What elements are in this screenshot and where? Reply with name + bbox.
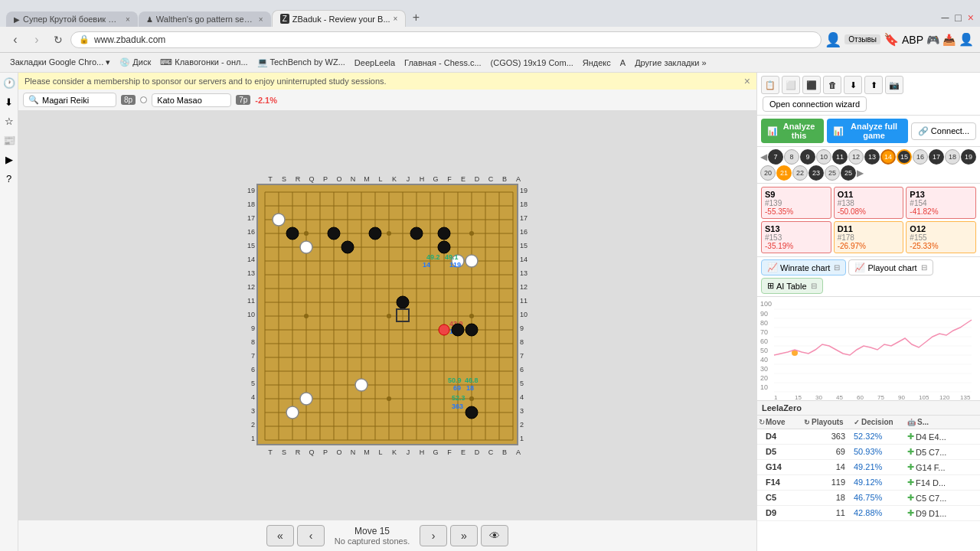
new-tab-button[interactable]: + [407, 8, 425, 27]
move-23[interactable]: 23 [808, 165, 824, 181]
move-18[interactable]: 18 [945, 149, 960, 165]
downloads-icon[interactable]: ⬇ [5, 96, 13, 108]
winrate-tab-close[interactable]: ⊟ [834, 263, 840, 272]
play-icon[interactable]: ▶ [5, 154, 13, 165]
board-wrapper: T S R Q P O N M L K J H G F E [18, 111, 756, 520]
table-row-f14[interactable]: F14 119 49.12% ✚F14 D... [757, 475, 980, 491]
bookmark-chess[interactable]: Главная - Chess.c... [400, 57, 485, 69]
white-player-input[interactable] [157, 96, 226, 105]
url-bar[interactable]: 🔒 www.zbaduk.com [70, 31, 822, 48]
svg-point-65 [439, 324, 449, 335]
cand-s9[interactable]: S9 #139 -55.35% [761, 187, 831, 219]
tool-download[interactable]: ⬇ [844, 76, 862, 94]
news-icon[interactable]: 📰 [3, 135, 15, 146]
go-board[interactable]: 49.2 49.1 14 119 43.9 [256, 184, 518, 448]
move-13[interactable]: 13 [864, 149, 880, 165]
white-player-search[interactable] [152, 93, 231, 107]
move-10[interactable]: 10 [816, 149, 831, 165]
next-btn[interactable]: › [420, 525, 447, 546]
th-refresh[interactable]: ↻ [757, 416, 763, 429]
ai-table-tab-close[interactable]: ⊟ [811, 282, 817, 290]
first-btn[interactable]: « [266, 525, 294, 546]
bookmark-tb[interactable]: 💻 TechBench by WZ... [253, 56, 349, 69]
bookmark-disk[interactable]: 💿 Диск [116, 56, 155, 69]
move-16[interactable]: 16 [913, 149, 928, 165]
move-14[interactable]: 14 [880, 149, 896, 165]
last-btn[interactable]: » [450, 525, 478, 546]
black-player-input[interactable] [42, 96, 111, 105]
bookmark-icon[interactable]: 🔖 [884, 32, 899, 47]
tool-upload[interactable]: ⬆ [864, 76, 883, 94]
open-wizard-btn[interactable]: Open connection wizard [763, 96, 867, 112]
cand-s13[interactable]: S13 #153 -35.19% [761, 221, 831, 253]
tab-inactive-2[interactable]: ♟ Walthen's go pattern sear... × [139, 11, 271, 27]
table-row-d4[interactable]: D4 363 52.32% ✚D4 E4... [757, 429, 980, 445]
table-row-d5[interactable]: D5 69 50.93% ✚D5 C7... [757, 445, 980, 460]
tool-white-stone[interactable]: ⬜ [782, 76, 800, 94]
eye-btn[interactable]: 👁 [481, 525, 508, 546]
move-21[interactable]: 21 [776, 165, 792, 181]
move-25b[interactable]: 25 [841, 165, 856, 181]
forward-btn[interactable]: › [28, 31, 46, 49]
svg-point-69 [466, 324, 478, 336]
move-15-current[interactable]: 15 [897, 149, 912, 165]
move-11[interactable]: 11 [832, 149, 848, 165]
bookmark-more[interactable]: Другие закладки » [631, 57, 710, 69]
minimize-btn[interactable]: ─ [941, 11, 949, 24]
table-row-d9[interactable]: D9 11 42.88% ✚D9 D1... [757, 506, 980, 521]
th-seq: 🤖S... [905, 416, 974, 429]
bookmark-ya[interactable]: Яндекс [579, 57, 615, 69]
svg-text:363: 363 [452, 403, 463, 410]
connect-btn[interactable]: 🔗 Connect... [911, 122, 976, 140]
playout-tab-close[interactable]: ⊟ [921, 263, 927, 272]
reload-btn[interactable]: ↻ [49, 31, 67, 49]
move-25a[interactable]: 25 [825, 165, 840, 181]
tab2-close[interactable]: × [259, 15, 263, 24]
analyze-full-btn[interactable]: 📊 Analyze full game [827, 119, 908, 143]
bookmark-kl[interactable]: ⌨ Клавогонки - онл... [156, 56, 251, 69]
table-row-g14[interactable]: G14 14 49.21% ✚G14 F... [757, 460, 980, 475]
tab-active[interactable]: Z ZBaduk - Review your B... × [272, 10, 407, 27]
move-17[interactable]: 17 [929, 149, 944, 165]
tab1-close[interactable]: × [126, 15, 130, 24]
winrate-chart-tab[interactable]: 📈 Winrate chart ⊟ [761, 259, 846, 276]
bookmark-a[interactable]: А [616, 57, 629, 69]
table-row-c5[interactable]: C5 18 46.75% ✚C5 C7... [757, 491, 980, 506]
back-btn[interactable]: ‹ [6, 31, 24, 49]
move-9[interactable]: 9 [800, 149, 815, 165]
close-btn[interactable]: × [968, 11, 974, 24]
capture-info: No captured stones. [334, 536, 410, 546]
playout-chart-tab[interactable]: 📈 Playout chart ⊟ [848, 259, 933, 276]
move-20[interactable]: 20 [760, 165, 776, 181]
cand-d11[interactable]: D11 #178 -26.97% [834, 221, 904, 253]
history-icon[interactable]: 🕐 [3, 77, 15, 89]
cand-o11[interactable]: O11 #138 -50.08% [834, 187, 904, 219]
restore-btn[interactable]: □ [955, 11, 961, 24]
bookmark-cgos[interactable]: (CGOS) 19x19 Com... [487, 57, 577, 69]
question-icon[interactable]: ? [6, 173, 11, 184]
tool-black-stone[interactable]: ⬛ [802, 76, 821, 94]
cand-o12[interactable]: O12 #155 -25.33% [906, 221, 976, 253]
move-7[interactable]: 7 [768, 149, 783, 165]
scroll-left[interactable]: ◀ [760, 152, 767, 162]
move-22[interactable]: 22 [792, 165, 808, 181]
ai-table-tab[interactable]: ⊞ AI Table ⊟ [761, 278, 823, 294]
bookmark-dl[interactable]: DeepLeela [351, 57, 399, 69]
bookmark-1[interactable]: Закладки Google Chro... ▾ [6, 56, 114, 69]
cand-p13[interactable]: P13 #154 -41.82% [906, 187, 976, 219]
th-decision: ✓Decision [851, 416, 905, 429]
black-player-search[interactable]: 🔍 [23, 93, 116, 107]
tool-delete[interactable]: 🗑 [823, 76, 841, 94]
prev-btn[interactable]: ‹ [297, 525, 325, 546]
bookmarks-icon[interactable]: ☆ [5, 116, 14, 127]
move-8[interactable]: 8 [784, 149, 799, 165]
tab-inactive-1[interactable]: ▶ Супер Крутой боевик фи... × [6, 11, 138, 27]
tab3-close[interactable]: × [394, 15, 398, 23]
move-12[interactable]: 12 [848, 149, 864, 165]
notice-close[interactable]: × [744, 75, 750, 87]
scroll-right[interactable]: ▶ [857, 168, 864, 178]
analyze-this-btn[interactable]: 📊 Analyze this [761, 119, 824, 143]
tool-screenshot[interactable]: 📷 [885, 76, 903, 94]
move-19[interactable]: 19 [961, 149, 976, 165]
tool-copy[interactable]: 📋 [761, 76, 779, 94]
